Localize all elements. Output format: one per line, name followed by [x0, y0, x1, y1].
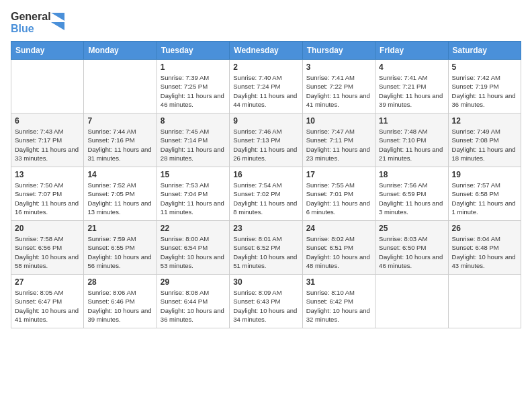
calendar-cell: 11Sunrise: 7:48 AM Sunset: 7:10 PM Dayli…	[375, 113, 448, 167]
day-info: Sunrise: 7:59 AM Sunset: 6:55 PM Dayligh…	[87, 234, 152, 270]
calendar-cell: 8Sunrise: 7:45 AM Sunset: 7:14 PM Daylig…	[157, 113, 229, 167]
calendar-cell: 10Sunrise: 7:47 AM Sunset: 7:11 PM Dayli…	[302, 113, 375, 167]
calendar-cell: 13Sunrise: 7:50 AM Sunset: 7:07 PM Dayli…	[11, 167, 84, 221]
calendar-cell: 30Sunrise: 8:09 AM Sunset: 6:43 PM Dayli…	[230, 275, 302, 328]
calendar-cell: 27Sunrise: 8:05 AM Sunset: 6:47 PM Dayli…	[11, 275, 84, 328]
calendar-cell: 16Sunrise: 7:54 AM Sunset: 7:02 PM Dayli…	[230, 167, 302, 221]
day-info: Sunrise: 8:10 AM Sunset: 6:42 PM Dayligh…	[306, 288, 371, 324]
col-header-monday: Monday	[84, 42, 157, 60]
calendar-cell: 1Sunrise: 7:39 AM Sunset: 7:25 PM Daylig…	[157, 60, 229, 113]
calendar-cell: 26Sunrise: 8:04 AM Sunset: 6:48 PM Dayli…	[448, 221, 521, 275]
calendar-cell: 22Sunrise: 8:00 AM Sunset: 6:54 PM Dayli…	[157, 221, 229, 275]
day-info: Sunrise: 7:45 AM Sunset: 7:14 PM Dayligh…	[161, 127, 226, 163]
calendar-cell: 3Sunrise: 7:41 AM Sunset: 7:22 PM Daylig…	[302, 60, 375, 113]
day-number: 29	[161, 277, 226, 287]
day-number: 8	[161, 116, 226, 126]
day-number: 2	[233, 62, 298, 72]
day-number: 25	[379, 224, 444, 233]
day-number: 17	[306, 170, 371, 179]
calendar-cell: 17Sunrise: 7:55 AM Sunset: 7:01 PM Dayli…	[302, 167, 375, 221]
day-number: 20	[15, 224, 80, 233]
col-header-wednesday: Wednesday	[230, 42, 302, 60]
day-info: Sunrise: 7:42 AM Sunset: 7:19 PM Dayligh…	[452, 73, 517, 109]
calendar-cell: 7Sunrise: 7:44 AM Sunset: 7:16 PM Daylig…	[84, 113, 157, 167]
day-number: 13	[15, 170, 80, 179]
col-header-friday: Friday	[375, 42, 448, 60]
day-number: 5	[452, 62, 517, 72]
day-info: Sunrise: 7:58 AM Sunset: 6:56 PM Dayligh…	[15, 234, 80, 270]
day-info: Sunrise: 7:47 AM Sunset: 7:11 PM Dayligh…	[306, 127, 371, 163]
day-number: 30	[233, 277, 298, 287]
day-number: 19	[452, 170, 517, 179]
day-number: 9	[233, 116, 298, 126]
day-number: 1	[161, 62, 226, 72]
day-info: Sunrise: 7:57 AM Sunset: 6:58 PM Dayligh…	[452, 181, 517, 216]
day-number: 18	[379, 170, 444, 179]
calendar-cell: 6Sunrise: 7:43 AM Sunset: 7:17 PM Daylig…	[11, 113, 84, 167]
calendar-week-row: 1Sunrise: 7:39 AM Sunset: 7:25 PM Daylig…	[11, 60, 521, 113]
day-number: 21	[87, 224, 152, 233]
calendar-cell: 19Sunrise: 7:57 AM Sunset: 6:58 PM Dayli…	[448, 167, 521, 221]
day-info: Sunrise: 7:41 AM Sunset: 7:22 PM Dayligh…	[306, 73, 371, 109]
calendar-week-row: 13Sunrise: 7:50 AM Sunset: 7:07 PM Dayli…	[11, 167, 521, 221]
calendar-cell: 24Sunrise: 8:02 AM Sunset: 6:51 PM Dayli…	[302, 221, 375, 275]
calendar-header-row: SundayMondayTuesdayWednesdayThursdayFrid…	[11, 42, 521, 60]
calendar-cell: 9Sunrise: 7:46 AM Sunset: 7:13 PM Daylig…	[230, 113, 302, 167]
day-number: 28	[87, 277, 152, 287]
col-header-saturday: Saturday	[448, 42, 521, 60]
day-info: Sunrise: 7:49 AM Sunset: 7:08 PM Dayligh…	[452, 127, 517, 163]
svg-marker-1	[51, 22, 64, 30]
day-number: 24	[306, 224, 371, 233]
day-number: 26	[452, 224, 517, 233]
page-header: General Blue	[11, 11, 521, 34]
col-header-sunday: Sunday	[11, 42, 84, 60]
day-number: 27	[15, 277, 80, 287]
col-header-tuesday: Tuesday	[157, 42, 229, 60]
logo-graphic: General Blue	[11, 11, 64, 34]
day-info: Sunrise: 8:05 AM Sunset: 6:47 PM Dayligh…	[15, 288, 80, 324]
calendar-cell: 21Sunrise: 7:59 AM Sunset: 6:55 PM Dayli…	[84, 221, 157, 275]
calendar-cell	[375, 275, 448, 328]
day-number: 11	[379, 116, 444, 126]
day-info: Sunrise: 7:54 AM Sunset: 7:02 PM Dayligh…	[233, 181, 298, 216]
day-number: 16	[233, 170, 298, 179]
day-info: Sunrise: 8:03 AM Sunset: 6:50 PM Dayligh…	[379, 234, 444, 270]
day-number: 15	[161, 170, 226, 179]
day-info: Sunrise: 7:52 AM Sunset: 7:05 PM Dayligh…	[87, 181, 152, 216]
day-info: Sunrise: 7:48 AM Sunset: 7:10 PM Dayligh…	[379, 127, 444, 163]
calendar-week-row: 20Sunrise: 7:58 AM Sunset: 6:56 PM Dayli…	[11, 221, 521, 275]
day-info: Sunrise: 7:40 AM Sunset: 7:24 PM Dayligh…	[233, 73, 298, 109]
calendar-cell	[448, 275, 521, 328]
day-info: Sunrise: 8:04 AM Sunset: 6:48 PM Dayligh…	[452, 234, 517, 270]
calendar-week-row: 6Sunrise: 7:43 AM Sunset: 7:17 PM Daylig…	[11, 113, 521, 167]
day-info: Sunrise: 8:08 AM Sunset: 6:44 PM Dayligh…	[161, 288, 226, 324]
day-number: 31	[306, 277, 371, 287]
calendar-cell: 5Sunrise: 7:42 AM Sunset: 7:19 PM Daylig…	[448, 60, 521, 113]
calendar-cell: 15Sunrise: 7:53 AM Sunset: 7:04 PM Dayli…	[157, 167, 229, 221]
day-number: 3	[306, 62, 371, 72]
calendar-cell: 12Sunrise: 7:49 AM Sunset: 7:08 PM Dayli…	[448, 113, 521, 167]
day-info: Sunrise: 7:46 AM Sunset: 7:13 PM Dayligh…	[233, 127, 298, 163]
logo-blue: Blue	[11, 23, 51, 35]
calendar-cell: 23Sunrise: 8:01 AM Sunset: 6:52 PM Dayli…	[230, 221, 302, 275]
day-info: Sunrise: 7:50 AM Sunset: 7:07 PM Dayligh…	[15, 181, 80, 216]
calendar-week-row: 27Sunrise: 8:05 AM Sunset: 6:47 PM Dayli…	[11, 275, 521, 328]
day-info: Sunrise: 8:06 AM Sunset: 6:46 PM Dayligh…	[87, 288, 152, 324]
col-header-thursday: Thursday	[302, 42, 375, 60]
day-info: Sunrise: 7:39 AM Sunset: 7:25 PM Dayligh…	[161, 73, 226, 109]
day-info: Sunrise: 8:00 AM Sunset: 6:54 PM Dayligh…	[161, 234, 226, 270]
day-number: 10	[306, 116, 371, 126]
calendar-cell: 25Sunrise: 8:03 AM Sunset: 6:50 PM Dayli…	[375, 221, 448, 275]
day-info: Sunrise: 7:41 AM Sunset: 7:21 PM Dayligh…	[379, 73, 444, 109]
day-info: Sunrise: 7:44 AM Sunset: 7:16 PM Dayligh…	[87, 127, 152, 163]
day-number: 23	[233, 224, 298, 233]
day-info: Sunrise: 7:55 AM Sunset: 7:01 PM Dayligh…	[306, 181, 371, 216]
calendar-cell: 20Sunrise: 7:58 AM Sunset: 6:56 PM Dayli…	[11, 221, 84, 275]
day-number: 22	[161, 224, 226, 233]
logo-general: General	[11, 11, 51, 23]
logo-arrow-icon	[51, 13, 64, 33]
calendar-cell: 18Sunrise: 7:56 AM Sunset: 6:59 PM Dayli…	[375, 167, 448, 221]
day-info: Sunrise: 8:02 AM Sunset: 6:51 PM Dayligh…	[306, 234, 371, 270]
day-info: Sunrise: 7:53 AM Sunset: 7:04 PM Dayligh…	[161, 181, 226, 216]
day-number: 7	[87, 116, 152, 126]
